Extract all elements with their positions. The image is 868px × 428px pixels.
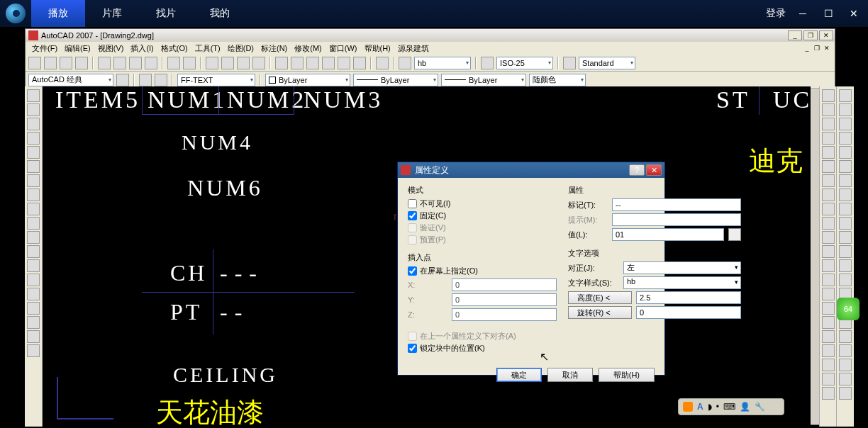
redo-icon[interactable] — [183, 57, 196, 69]
zoom-win-icon[interactable] — [252, 57, 265, 69]
trim-icon[interactable] — [822, 217, 835, 230]
stretch-icon[interactable] — [822, 203, 835, 215]
ok-button[interactable]: 确定 — [496, 368, 542, 382]
prompt-input[interactable] — [612, 213, 741, 226]
rotate-button[interactable]: 旋转(R) < — [568, 306, 632, 319]
new-icon[interactable] — [28, 57, 41, 69]
player-tab-mine[interactable]: 我的 — [193, 0, 247, 27]
value-picker-icon[interactable] — [728, 228, 741, 241]
c5-icon[interactable] — [839, 146, 852, 159]
extra5-icon[interactable] — [822, 373, 835, 385]
maximize-icon[interactable]: ☐ — [820, 5, 837, 22]
zoom-prev-icon[interactable] — [237, 57, 250, 69]
polygon-icon[interactable] — [27, 132, 40, 145]
layer-props-icon[interactable] — [139, 74, 152, 86]
move-icon[interactable] — [822, 160, 835, 173]
open-icon[interactable] — [44, 57, 57, 69]
layer-filter-icon[interactable] — [155, 74, 167, 86]
workspace-combo[interactable]: AutoCAD 经典 — [28, 74, 113, 86]
player-tab-find[interactable]: 找片 — [139, 0, 193, 27]
extra1-icon[interactable] — [822, 316, 835, 329]
mdi-restore-button[interactable]: ❐ — [812, 44, 822, 52]
c12-icon[interactable] — [839, 245, 852, 258]
c18-icon[interactable] — [839, 330, 852, 343]
calc-icon[interactable] — [353, 57, 366, 69]
menu-window[interactable]: 窗口(W) — [326, 43, 361, 54]
toolpalette-icon[interactable] — [306, 57, 319, 69]
help-icon[interactable] — [376, 57, 389, 69]
ellipse-icon[interactable] — [27, 217, 40, 230]
fixed-checkbox[interactable] — [408, 211, 417, 220]
layer-combo[interactable]: FF-TEXT — [177, 74, 255, 86]
extend-icon[interactable] — [822, 231, 835, 244]
c9-icon[interactable] — [839, 203, 852, 215]
menu-draw[interactable]: 绘图(D) — [224, 43, 257, 54]
extra3-icon[interactable] — [822, 344, 835, 357]
workspace-settings-icon[interactable] — [116, 74, 129, 86]
c14-icon[interactable] — [839, 274, 852, 286]
c13-icon[interactable] — [839, 259, 852, 272]
justify-combo[interactable]: 左 — [623, 261, 741, 274]
makeblock-icon[interactable] — [27, 259, 40, 272]
region-icon[interactable] — [27, 316, 40, 329]
mdi-minimize-button[interactable]: _ — [802, 44, 812, 52]
height-input[interactable] — [636, 291, 741, 304]
array-icon[interactable] — [822, 146, 835, 159]
menu-modify[interactable]: 修改(M) — [291, 43, 326, 54]
specify-screen-checkbox[interactable] — [408, 266, 417, 276]
chamfer-icon[interactable] — [822, 274, 835, 286]
undo-icon[interactable] — [167, 57, 180, 69]
lock-block-checkbox[interactable] — [408, 344, 417, 353]
close-icon[interactable]: ✕ — [845, 5, 862, 22]
c2-icon[interactable] — [839, 103, 852, 116]
explode-icon[interactable] — [822, 302, 835, 315]
menu-yuanquan[interactable]: 源泉建筑 — [394, 43, 433, 54]
insertblock-icon[interactable] — [27, 245, 40, 258]
status-widget[interactable]: A ◗ • ⌨ 👤 🔧 — [678, 398, 784, 415]
matchprop-icon[interactable] — [145, 57, 157, 69]
menu-help[interactable]: 帮助(H) — [361, 43, 394, 54]
circle-icon[interactable] — [27, 174, 40, 187]
textstyle-combo[interactable]: hb — [623, 276, 741, 289]
pan-icon[interactable] — [206, 57, 218, 69]
pline-icon[interactable] — [27, 118, 40, 130]
acad-restore-button[interactable]: ❐ — [803, 30, 818, 40]
menu-edit[interactable]: 编辑(E) — [61, 43, 94, 54]
sheetset-icon[interactable] — [322, 57, 335, 69]
c19-icon[interactable] — [839, 344, 852, 357]
extra6-icon[interactable] — [822, 387, 835, 400]
line-icon[interactable] — [27, 89, 40, 102]
linetype-combo[interactable]: ByLayer — [353, 74, 438, 86]
c20-icon[interactable] — [839, 359, 852, 371]
revcloud-icon[interactable] — [27, 188, 40, 201]
textstyle-icon[interactable] — [399, 57, 411, 69]
c1-icon[interactable] — [839, 89, 852, 102]
rectangle-icon[interactable] — [27, 146, 40, 159]
minimize-icon[interactable]: ─ — [794, 5, 811, 22]
c6-icon[interactable] — [839, 160, 852, 173]
acad-close-button[interactable]: ✕ — [819, 30, 833, 40]
dialog-help-button[interactable]: ? — [629, 164, 645, 176]
c8-icon[interactable] — [839, 188, 852, 201]
join-icon[interactable] — [822, 259, 835, 272]
c10-icon[interactable] — [839, 217, 852, 230]
ellipsearc-icon[interactable] — [27, 231, 40, 244]
properties-icon[interactable] — [275, 57, 288, 69]
markup-icon[interactable] — [338, 57, 350, 69]
textstyle-combo[interactable]: hb — [414, 57, 471, 69]
c3-icon[interactable] — [839, 118, 852, 130]
point-icon[interactable] — [27, 274, 40, 286]
c4-icon[interactable] — [839, 132, 852, 145]
print-icon[interactable] — [75, 57, 88, 69]
rotate-input[interactable] — [636, 306, 741, 319]
lineweight-combo[interactable]: ByLayer — [441, 74, 526, 86]
mdi-close-button[interactable]: ✕ — [822, 44, 832, 52]
gradient-icon[interactable] — [27, 302, 40, 315]
copy2-icon[interactable] — [822, 103, 835, 116]
invisible-checkbox[interactable] — [408, 199, 417, 208]
dimstyle-combo[interactable]: ISO-25 — [496, 57, 553, 69]
tablestyle-icon[interactable] — [563, 57, 576, 69]
c11-icon[interactable] — [839, 231, 852, 244]
scale-icon[interactable] — [822, 188, 835, 201]
cut-icon[interactable] — [98, 57, 111, 69]
